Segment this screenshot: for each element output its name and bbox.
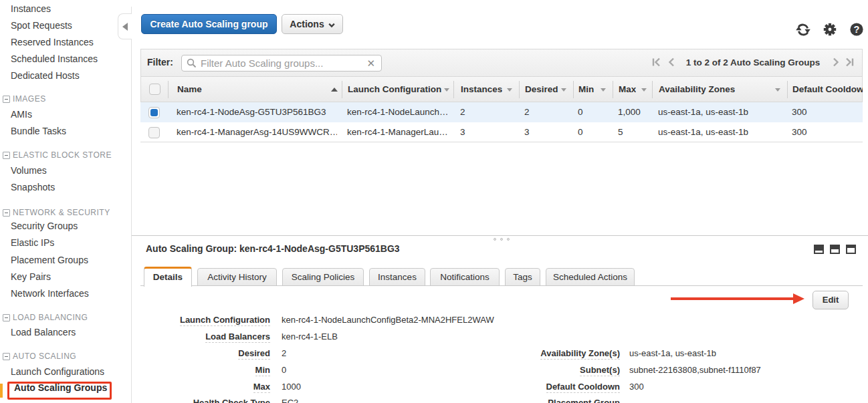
svg-text:?: ? — [854, 24, 860, 35]
